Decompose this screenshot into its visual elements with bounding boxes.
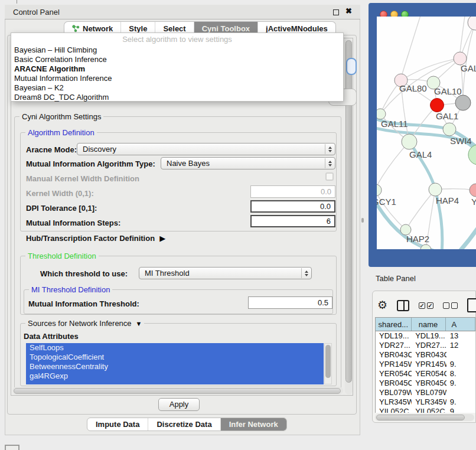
- table-row[interactable]: YER054C YER054C 8.: [376, 369, 475, 379]
- table-row[interactable]: YBR043C YBR043C: [376, 350, 475, 360]
- which-threshold-value: MI Threshold: [145, 269, 190, 278]
- node-gal1[interactable]: [443, 123, 456, 136]
- combo-spinner-icon: [325, 144, 334, 154]
- algorithm-option[interactable]: Mutual Information Inference: [14, 74, 112, 83]
- expand-right-icon: ▶: [159, 234, 165, 243]
- list-item[interactable]: SelfLoops: [26, 343, 324, 353]
- data-attributes-list[interactable]: SelfLoops TopologicalCoefficient Between…: [26, 343, 324, 384]
- node-gcy1[interactable]: [377, 184, 382, 196]
- threshold-definition-title: Threshold Definition: [25, 252, 99, 260]
- cell: 12: [446, 341, 475, 350]
- apply-button[interactable]: Apply: [158, 398, 200, 411]
- algorithm-option-selected[interactable]: ARACNE Algorithm: [14, 64, 85, 73]
- data-attributes-label: Data Attributes: [24, 332, 79, 341]
- columns-icon[interactable]: [397, 300, 409, 311]
- dpi-tolerance-input[interactable]: [250, 200, 335, 213]
- node-gal4[interactable]: [402, 134, 417, 149]
- node-hap4[interactable]: [429, 183, 442, 196]
- aracne-mode-combo[interactable]: Discovery: [77, 143, 335, 155]
- network-icon: [72, 25, 80, 32]
- cell: YDR27...: [412, 341, 446, 350]
- which-threshold-label: Which threshold to use:: [40, 269, 128, 278]
- node-label: GAL1: [436, 111, 458, 121]
- cell: 9.: [446, 360, 475, 369]
- mi-threshold-input[interactable]: [248, 296, 332, 309]
- table-row[interactable]: YBL079W YBL079W: [376, 388, 475, 397]
- export-table-icon[interactable]: [467, 298, 476, 312]
- column-header-shared-name[interactable]: shared...: [376, 318, 412, 331]
- node-label: HAP4: [436, 195, 459, 206]
- table-horizontal-scrollbar-thumb[interactable]: [376, 415, 465, 420]
- node-label: GAL80: [399, 83, 427, 93]
- close-panel-icon[interactable]: ✖: [345, 6, 352, 15]
- mi-type-combo[interactable]: Naive Bayes: [161, 157, 335, 169]
- float-panel-icon[interactable]: [333, 9, 339, 15]
- table-row[interactable]: YDR27... YDR27... 12: [376, 341, 475, 350]
- settings-horizontal-scrollbar-thumb[interactable]: [14, 388, 341, 394]
- attributes-list-scrollbar-thumb[interactable]: [325, 345, 331, 378]
- combo-spinner-icon: [301, 268, 311, 278]
- node-gray[interactable]: [455, 95, 471, 110]
- mi-steps-input[interactable]: [250, 215, 335, 227]
- aracne-mode-label: Aracne Mode:: [26, 145, 77, 154]
- tab-impute-data[interactable]: Impute Data: [87, 418, 148, 431]
- minimized-panel-icon[interactable]: [5, 445, 19, 450]
- node-salmon[interactable]: [470, 184, 476, 197]
- hub-definition-label: Hub/Transcription Factor Definition: [26, 234, 155, 243]
- hub-definition-toggle[interactable]: Hub/Transcription Factor Definition ▶: [26, 234, 165, 243]
- column-header-partial[interactable]: A: [446, 318, 475, 331]
- tab-infer-network[interactable]: Infer Network: [221, 418, 286, 431]
- algorithm-option[interactable]: Bayesian – K2: [14, 83, 64, 92]
- which-threshold-combo[interactable]: MI Threshold: [139, 267, 312, 279]
- table-row[interactable]: YBR045C YBR045C 9.: [376, 379, 475, 388]
- cell: YER054C: [412, 369, 446, 379]
- network-canvas[interactable]: GAL GAL80 GAL10 GAL1 GAL11 SWI4 GAL4 GCY…: [377, 17, 476, 249]
- node[interactable]: [468, 17, 476, 30]
- manual-kernel-checkbox[interactable]: [325, 172, 334, 181]
- algorithm-definition-title: Algorithm Definition: [25, 128, 97, 137]
- node-table: shared... name A YDL19... YDL19... 13 YD…: [375, 317, 475, 413]
- sources-group-header[interactable]: Sources for Network Inference ▼: [25, 319, 144, 328]
- list-item[interactable]: gal4RGexp: [26, 371, 324, 381]
- network-view-window[interactable]: GAL GAL80 GAL10 GAL1 GAL11 SWI4 GAL4 GCY…: [369, 3, 476, 267]
- list-item[interactable]: TopologicalCoefficient: [26, 353, 324, 362]
- select-all-checks-icon[interactable]: ✓✓: [419, 302, 433, 309]
- tab-discretize-data[interactable]: Discretize Data: [148, 418, 220, 431]
- window-edge-tick: [17, 0, 17, 4]
- cell: [446, 350, 475, 360]
- table-header-row: shared... name A: [376, 318, 475, 331]
- mi-steps-label: Mutual Information Steps:: [26, 219, 120, 227]
- table-row[interactable]: YDL19... YDL19... 13: [376, 331, 475, 341]
- column-header-name[interactable]: name: [412, 318, 446, 331]
- table-row[interactable]: YPR145W YPR145W 9.: [376, 360, 475, 369]
- cell: YPR145W: [412, 360, 446, 369]
- mi-type-value: Naive Bayes: [167, 159, 210, 168]
- node-swi4[interactable]: [468, 145, 476, 165]
- table-row[interactable]: YLR345W YLR345W 9.: [376, 397, 475, 407]
- algorithm-option[interactable]: Basic Correlation Inference: [14, 55, 107, 64]
- cell: 13: [446, 331, 475, 341]
- algorithm-dropdown-popup: Select algorithm to view settings Bayesi…: [11, 32, 344, 102]
- tab-discretize-data-label: Discretize Data: [157, 420, 211, 429]
- cell: 8.: [446, 369, 475, 379]
- node-label: GAL4: [409, 149, 432, 159]
- gear-icon[interactable]: ⚙: [377, 299, 387, 311]
- table-horizontal-scrollbar[interactable]: [375, 414, 474, 421]
- kernel-width-input[interactable]: [250, 185, 335, 198]
- node-red-selected[interactable]: [431, 99, 444, 112]
- algorithm-option[interactable]: Dream8 DC_TDC Algorithm: [14, 93, 109, 102]
- node-label: Y: [471, 197, 476, 207]
- focused-combobox-fragment: [346, 58, 357, 75]
- list-item[interactable]: BetweennessCentrality: [26, 362, 324, 371]
- deselect-all-checks-icon[interactable]: [443, 302, 458, 309]
- algorithm-option[interactable]: Bayesian – Hill Climbing: [14, 45, 97, 54]
- control-panel-title: Control Panel: [13, 8, 60, 17]
- split-pane-handle[interactable]: [361, 218, 364, 223]
- node-label: HAP2: [406, 234, 429, 244]
- cell: YBR043C: [376, 350, 412, 360]
- cell: YBR045C: [412, 379, 446, 388]
- table-row[interactable]: YIL052C YIL052C 9: [376, 407, 475, 413]
- cell: YDL19...: [376, 331, 412, 341]
- node-gal11[interactable]: [377, 109, 386, 119]
- cell: YDL19...: [412, 331, 446, 341]
